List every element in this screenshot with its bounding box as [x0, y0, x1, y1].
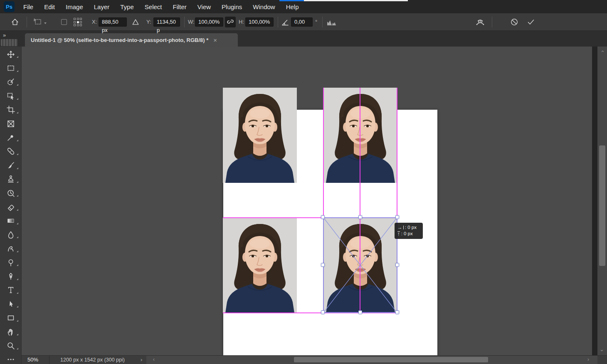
menu-select[interactable]: Select	[145, 3, 162, 10]
commit-transform-icon[interactable]	[527, 18, 535, 26]
reference-point-grid-icon[interactable]	[74, 18, 83, 27]
transform-handle-bottom-center[interactable]	[358, 310, 362, 314]
maintain-aspect-ratio-button[interactable]	[225, 17, 236, 27]
transform-handle-bottom-right[interactable]	[395, 310, 399, 314]
degree-unit: °	[315, 19, 317, 25]
zoom-tool[interactable]	[0, 339, 21, 352]
brush-icon	[7, 161, 15, 170]
history-brush-icon	[7, 189, 15, 197]
passport-photo-top-left[interactable]	[223, 88, 297, 183]
zoom-level-field[interactable]: 50%	[27, 357, 38, 363]
path-selection-tool[interactable]	[0, 297, 21, 311]
y-position-input[interactable]: 1134,50 p	[153, 17, 180, 27]
toggle-reference-point-checkbox[interactable]	[61, 19, 67, 25]
dodge-icon	[7, 258, 15, 267]
x-position-input[interactable]: 888,50 px	[99, 17, 127, 27]
menu-type[interactable]: Type	[120, 3, 134, 10]
brush-tool[interactable]	[0, 158, 21, 172]
edit-toolbar-button[interactable]	[0, 355, 22, 364]
menu-edit[interactable]: Edit	[44, 3, 55, 10]
gradient-tool[interactable]	[0, 214, 21, 228]
marquee-icon	[7, 64, 15, 72]
move-tool[interactable]	[0, 47, 21, 61]
transform-options-bar: X: 888,50 px Y: 1134,50 p W: 100,00% H: …	[0, 13, 607, 31]
crop-tool[interactable]	[0, 103, 21, 117]
home-icon[interactable]	[11, 18, 19, 26]
transform-handle-top-center[interactable]	[358, 215, 362, 219]
menu-filter[interactable]: Filter	[173, 3, 187, 10]
document-tab-title: Untitled-1 @ 50% (selfie-to-be-turned-in…	[31, 37, 208, 43]
horizontal-scroll-thumb[interactable]	[294, 357, 488, 362]
eyedropper-tool[interactable]	[0, 130, 21, 144]
transform-handle-bottom-left[interactable]	[321, 310, 325, 314]
clone-stamp-tool[interactable]	[0, 172, 21, 186]
cancel-transform-icon[interactable]	[510, 18, 518, 26]
tooltip-separator: :	[405, 224, 406, 231]
transform-handle-middle-right[interactable]	[395, 263, 399, 267]
transform-bounding-box[interactable]	[323, 217, 397, 313]
collapse-panels-icon[interactable]: »	[3, 32, 5, 38]
menu-bar: Ps File Edit Image Layer Type Select Fil…	[0, 0, 607, 13]
interpolation-icon[interactable]	[327, 19, 338, 26]
menu-view[interactable]: View	[197, 3, 211, 10]
selection-brush-tool[interactable]	[0, 75, 21, 89]
scroll-down-icon[interactable]: ›	[599, 346, 605, 355]
width-input[interactable]: 100,00%	[195, 17, 223, 27]
smudge-tool[interactable]	[0, 241, 21, 255]
divider	[492, 17, 492, 27]
warp-mode-icon[interactable]	[475, 17, 485, 27]
transform-handle-middle-left[interactable]	[321, 263, 325, 267]
rectangular-marquee-tool[interactable]	[0, 61, 21, 75]
scroll-left-icon[interactable]: ‹	[153, 357, 155, 362]
vertical-scrollbar[interactable]: › ›	[597, 47, 607, 355]
blur-tool[interactable]	[0, 228, 21, 241]
height-input[interactable]: 100,00%	[245, 17, 274, 27]
tooltip-row-horizontal: → : 0 px	[397, 224, 420, 231]
menu-window[interactable]: Window	[253, 3, 275, 10]
history-brush-tool[interactable]	[0, 186, 21, 200]
chevron-down-icon[interactable]	[44, 22, 47, 24]
object-selection-tool[interactable]	[0, 89, 21, 103]
vertical-scroll-thumb[interactable]	[599, 145, 605, 266]
transform-tool-icon[interactable]	[33, 17, 42, 27]
passport-photo-top-right[interactable]	[323, 88, 397, 183]
smudge-icon	[7, 244, 15, 253]
blur-icon	[7, 231, 15, 239]
passport-photo-bottom-left[interactable]	[223, 218, 297, 313]
dodge-tool[interactable]	[0, 256, 21, 269]
horizontal-scrollbar[interactable]: ‹ ›	[146, 356, 597, 364]
menu-help[interactable]: Help	[286, 3, 299, 10]
arrow-bar	[403, 226, 404, 229]
scroll-up-icon[interactable]: ›	[599, 47, 605, 56]
type-tool[interactable]	[0, 283, 21, 297]
y-label: Y:	[146, 19, 151, 25]
pasteboard[interactable]: → : 0 px ↑ : 0 px	[22, 47, 592, 355]
divider	[322, 17, 323, 27]
rotation-input[interactable]: 0,00	[291, 17, 313, 27]
menu-layer[interactable]: Layer	[94, 3, 110, 10]
transform-handle-top-right[interactable]	[395, 215, 399, 219]
divider	[27, 17, 27, 27]
spot-healing-brush-tool[interactable]	[0, 145, 21, 158]
tooltip-vertical-value: 0 px	[404, 231, 413, 237]
rotation-angle-icon	[281, 18, 289, 27]
transform-handle-top-left[interactable]	[321, 215, 325, 219]
divider	[49, 356, 49, 364]
pen-tool[interactable]	[0, 269, 21, 283]
frame-tool[interactable]	[0, 117, 21, 130]
menu-plugins[interactable]: Plugins	[222, 3, 242, 10]
status-expand-icon[interactable]: ›	[141, 357, 142, 363]
close-icon[interactable]: ×	[213, 37, 217, 43]
rectangle-tool[interactable]	[0, 311, 21, 325]
hand-tool[interactable]	[0, 325, 21, 339]
divider	[184, 17, 185, 27]
eraser-tool[interactable]	[0, 200, 21, 214]
document-tab[interactable]: Untitled-1 @ 50% (selfie-to-be-turned-in…	[25, 33, 238, 47]
relative-positioning-delta-icon[interactable]	[132, 18, 139, 26]
scroll-right-icon[interactable]: ›	[587, 357, 589, 362]
tooltip-separator: :	[401, 231, 402, 237]
menu-image[interactable]: Image	[66, 3, 83, 10]
arrow-to-bar-right-icon: →	[397, 224, 402, 231]
selection-brush-icon	[7, 78, 15, 86]
menu-file[interactable]: File	[23, 3, 33, 10]
